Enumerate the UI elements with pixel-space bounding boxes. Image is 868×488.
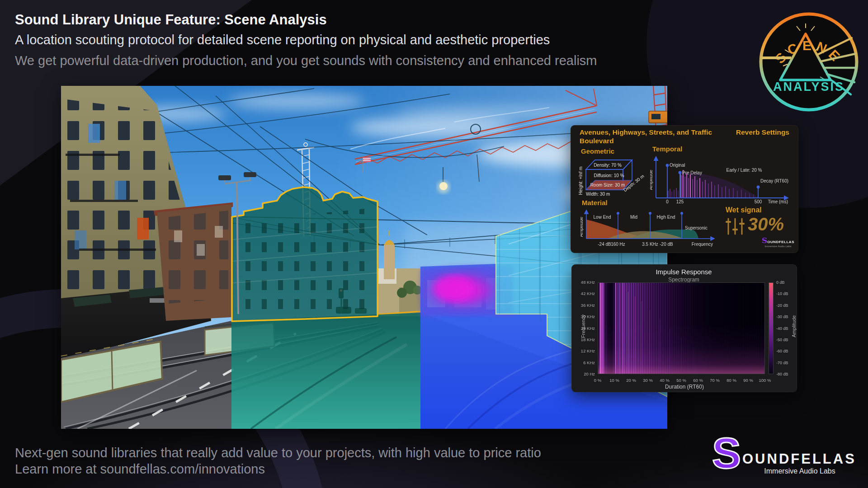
temporal-tick-500: 500 — [755, 199, 762, 204]
colorbar-label: Amplitude — [791, 304, 797, 349]
material-tick-24db: -24 dB — [598, 242, 611, 247]
brand-tagline: Immersive Audio Labs — [742, 467, 857, 475]
spectrogram-stripe — [681, 338, 682, 374]
mini-brand-tagline: Immersive Audio Labs — [760, 245, 796, 248]
colorbar-tick: -10 dB — [776, 291, 788, 296]
spectrogram-stripe — [619, 283, 619, 374]
reverb-settings-label: Reverb Settings — [704, 128, 789, 136]
colorbar-tick: -50 dB — [776, 338, 788, 342]
temporal-tick-125: 125 — [676, 199, 684, 204]
colorbar-tick: -20 dB — [776, 303, 788, 308]
spectrogram-stripe — [650, 310, 650, 374]
material-chart: Low End Mid High End Supersonic -24 dB 1… — [580, 208, 716, 251]
spectrogram-stripe — [628, 292, 628, 374]
page-subtitle: A location scouting protocol for detaile… — [15, 33, 550, 47]
predelay-marker-label: Pre Delay — [682, 170, 702, 175]
brand-name-rest: OUNDFELLAS — [742, 451, 856, 467]
impulse-y-tick: 20 Hz — [570, 371, 595, 376]
low-end-label: Low End — [594, 215, 611, 220]
orange-banner-sign — [137, 218, 149, 239]
spectrogram-stripe — [615, 283, 616, 374]
impulse-y-tick: 12 KHz — [570, 348, 595, 353]
spectrogram-stripe — [623, 283, 623, 374]
mini-brand-initial: S — [762, 236, 767, 245]
footer-line2: Learn more at soundfellas.com/innovation… — [15, 462, 265, 477]
colorbar-tick: -60 dB — [776, 349, 788, 353]
impulse-x-label: Duration (RT60) — [617, 384, 752, 390]
spectrogram-stripe — [600, 283, 601, 374]
impulse-y-label: Frequency — [580, 304, 586, 349]
colorbar-tick: -70 dB — [776, 361, 788, 365]
material-heading: Material — [582, 199, 608, 206]
impulse-subtitle: Spectrogram — [571, 277, 796, 283]
geometric-heading: Geometric — [581, 147, 614, 155]
impulse-y-tick: 42 KHz — [570, 291, 595, 296]
scene-title-line2: Boulevard — [580, 137, 614, 145]
material-tick-35khz: 3.5 KHz — [642, 242, 658, 247]
impulse-title: Impulse Response — [571, 268, 796, 276]
spectrogram-stripe — [642, 301, 642, 374]
badge-bottom-text: ANALYSIS — [773, 80, 844, 94]
material-y-label: Amplitude — [580, 216, 584, 237]
mid-label: Mid — [630, 215, 637, 220]
page-value-line: We get powerful data-driven production, … — [15, 53, 597, 68]
scene-analysis-badge: SCENE ANALYSIS — [758, 11, 860, 113]
material-tick-20db: -20 dB — [660, 242, 673, 247]
room-size-value: Room Size: 30 m — [590, 183, 625, 188]
temporal-x-label: Time (ms) — [768, 199, 788, 204]
wet-signal-value: 30% — [748, 214, 784, 235]
poster-canvas: Avenues, Highways, Streets, and Traffic … — [0, 0, 868, 488]
colorbar-tick: -40 dB — [776, 326, 788, 331]
diffusion-value: Diffusion: 10 % — [594, 173, 624, 178]
brand-initial: S — [712, 430, 741, 477]
density-value: Density: 70 % — [594, 163, 622, 168]
temporal-chart: Original Pre Delay Early / Late: 20 % De… — [650, 152, 794, 209]
mini-brand-logo: SOUNDFELLAS Immersive Audio Labs — [760, 237, 796, 248]
early-late-label: Early / Late: 20 % — [726, 168, 762, 173]
material-tick-160hz: 160 Hz — [611, 242, 625, 247]
colorbar-tick: 0 dB — [776, 280, 785, 285]
mid-rust-building — [154, 202, 233, 321]
impulse-y-tick: 6 KHz — [570, 360, 595, 365]
impulse-x-tick: 100 % — [755, 378, 775, 383]
spectrogram-colorbar — [769, 282, 774, 374]
scene-title-line1: Avenues, Highways, Streets, and Traffic — [580, 128, 712, 136]
badge-ring — [761, 14, 857, 110]
footer-line1: Next-gen sound libraries that really add… — [15, 446, 541, 460]
faders-icon — [724, 217, 746, 236]
spectrogram-stripe — [693, 347, 693, 374]
decay-label: Decay (RT60) — [760, 178, 788, 183]
temporal-y-label: Amplitude — [650, 169, 653, 190]
colorbar-tick: -80 dB — [776, 372, 788, 376]
wet-signal-label: Wet signal — [726, 206, 762, 214]
height-value: Height: +Inf m — [579, 167, 583, 195]
temporal-tick-0: 0 — [666, 199, 669, 204]
teal-street-overlay — [231, 313, 420, 429]
high-end-label: High End — [656, 215, 675, 220]
spectrogram-stripe — [660, 319, 660, 374]
material-x-label: Frequency — [692, 242, 713, 247]
page-title: Sound Library Unique Feature: Scene Anal… — [15, 12, 327, 28]
spectrogram-plot — [598, 282, 765, 374]
mini-brand-rest: OUNDFELLAS — [767, 240, 794, 244]
spectrogram-stripe — [603, 283, 604, 374]
impulse-y-tick: 48 KHz — [570, 280, 595, 285]
spectrogram-stripe — [635, 296, 635, 374]
supersonic-label: Supersonic — [685, 225, 708, 230]
original-marker-label: Original — [670, 163, 685, 168]
colorbar-tick: -30 dB — [776, 314, 788, 319]
brand-logo-initial: S — [711, 430, 742, 477]
width-value: Width: 30 m — [586, 192, 610, 197]
spectrogram-stripe — [670, 328, 670, 374]
